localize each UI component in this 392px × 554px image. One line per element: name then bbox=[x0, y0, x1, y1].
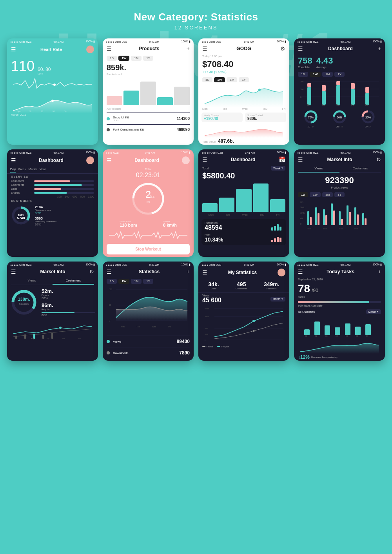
svg-rect-19 bbox=[336, 81, 340, 85]
product-1-sub: UI Kit bbox=[113, 119, 129, 122]
downloads-item[interactable]: Downloads 7890 bbox=[103, 349, 194, 357]
donut-2: 50% 25 / 34 bbox=[332, 109, 347, 128]
avatar-11[interactable] bbox=[278, 269, 285, 276]
calendar-icon-7[interactable]: 📅 bbox=[279, 156, 285, 163]
tab-views-9[interactable]: Views bbox=[11, 277, 53, 285]
menu-icon-10[interactable]: ☰ bbox=[107, 269, 112, 275]
svg-text:Fri: Fri bbox=[365, 104, 368, 106]
svg-rect-64 bbox=[323, 209, 325, 225]
refresh-icon-8[interactable]: ↻ bbox=[376, 156, 381, 163]
svg-point-1 bbox=[51, 100, 54, 102]
d4-tab-1w[interactable]: 1W bbox=[310, 72, 321, 77]
d4-tab-1d[interactable]: 1D bbox=[298, 72, 308, 77]
period-dropdown-11[interactable]: Month ▾ bbox=[270, 297, 285, 302]
menu-icon-5[interactable]: ☰ bbox=[11, 157, 16, 163]
s10-1d[interactable]: 1D bbox=[107, 279, 117, 284]
add-icon-10[interactable]: + bbox=[187, 269, 190, 275]
svg-text:0: 0 bbox=[300, 96, 301, 98]
menu-icon-8[interactable]: ☰ bbox=[298, 156, 303, 163]
purchases-val: 48594 bbox=[205, 224, 222, 231]
period-dropdown[interactable]: Week ▾ bbox=[271, 166, 285, 171]
svg-rect-65 bbox=[325, 215, 327, 225]
p8-1m[interactable]: 1M bbox=[322, 192, 333, 197]
p8-1d[interactable]: 1D bbox=[298, 192, 308, 197]
p8-1y[interactable]: 1Y bbox=[334, 192, 345, 197]
svg-rect-128 bbox=[355, 327, 361, 335]
svg-text:75%: 75% bbox=[308, 116, 314, 119]
stat-tabs-10: 1D 1W 1M 1Y bbox=[103, 277, 194, 285]
tab-costumers[interactable]: Costumers bbox=[339, 165, 381, 173]
svg-text:0: 0 bbox=[300, 223, 301, 225]
menu-icon[interactable]: ☰ bbox=[11, 46, 16, 53]
menu-icon-2[interactable]: ☰ bbox=[107, 45, 112, 52]
s10-1w[interactable]: 1W bbox=[118, 279, 129, 284]
tab-1d[interactable]: 1D bbox=[107, 56, 117, 61]
views-label: Views bbox=[113, 340, 121, 343]
tab-1w[interactable]: 1W bbox=[118, 56, 129, 61]
menu-icon-3[interactable]: ☰ bbox=[202, 45, 207, 52]
screen-4-title: Dashboard bbox=[328, 46, 353, 51]
views-tabs-8: Views Costumers bbox=[298, 165, 381, 173]
stats-period-dropdown[interactable]: Month ▾ bbox=[366, 309, 381, 314]
svg-rect-125 bbox=[325, 325, 330, 335]
page-subtitle: 12 SCREENS bbox=[0, 25, 392, 31]
svg-rect-129 bbox=[365, 324, 371, 335]
settings-icon-3[interactable]: ⚙ bbox=[280, 45, 285, 52]
avatar-1[interactable] bbox=[86, 45, 94, 53]
tab-1y[interactable]: 1Y bbox=[143, 56, 153, 61]
d4-tab-1y[interactable]: 1Y bbox=[334, 72, 345, 77]
menu-icon-4[interactable]: ☰ bbox=[298, 45, 303, 52]
add-icon-12[interactable]: + bbox=[378, 269, 381, 275]
views-item[interactable]: Views 89400 bbox=[103, 338, 194, 345]
screen-today-tasks: ●●●●● Ucell UZB 9:41 AM 100% ▮ ☰ Today T… bbox=[294, 262, 385, 361]
screen-stock: ●●●● Ucell UZB 9:41 AM 100% ▮ ☰ GOOG ⚙ T… bbox=[198, 38, 289, 145]
downloads-val: 7890 bbox=[179, 350, 190, 356]
p8-1w[interactable]: 1W bbox=[310, 192, 321, 197]
big-number-8: 923390 bbox=[294, 173, 385, 186]
svg-text:Aug: Aug bbox=[31, 338, 34, 340]
task-label: Tasks bbox=[294, 296, 385, 300]
svg-rect-21 bbox=[351, 83, 355, 89]
nav-bar-12: ☰ Today Tasks + bbox=[294, 267, 385, 277]
svg-rect-67 bbox=[333, 211, 335, 225]
costumers-label: COSTUMERS bbox=[7, 199, 98, 203]
tab-1m[interactable]: 1M bbox=[131, 56, 142, 61]
avatar-6[interactable] bbox=[182, 156, 190, 164]
shares-row: Shares bbox=[11, 191, 94, 194]
tab-costumers-9[interactable]: Costumers bbox=[53, 277, 94, 285]
task-progress-fill bbox=[298, 301, 369, 303]
menu-icon-9[interactable]: ☰ bbox=[11, 269, 16, 275]
product-item-1[interactable]: Snug UI Kit UI Kit 114300 bbox=[103, 114, 194, 123]
costumers-line-chart: Jul Aug Sep Oct Nov bbox=[7, 318, 98, 340]
screen-workout: ●●●● UZB 9:41 AM 100% ▮ ☰ Dashboard Tota… bbox=[103, 149, 194, 257]
workout-waveform bbox=[103, 229, 194, 242]
status-bar-10: ●●●●● Ucell UZB 9:41 AM 100% ▮ bbox=[103, 262, 194, 267]
svg-rect-86 bbox=[24, 334, 26, 339]
svg-rect-71 bbox=[349, 212, 351, 225]
screen-market-info-views: ●●●●● Ucell UZB 9:41 AM 100% ▮ ☰ Market … bbox=[294, 149, 385, 257]
d4-tab-1m[interactable]: 1M bbox=[322, 72, 333, 77]
avatar-5[interactable] bbox=[86, 156, 94, 164]
menu-icon-11[interactable]: ☰ bbox=[202, 269, 207, 276]
shares-val: 930k. bbox=[247, 116, 284, 121]
timer-label: Total bbox=[103, 167, 194, 172]
add-icon-4[interactable]: + bbox=[378, 45, 381, 52]
views-lbl-11: Views bbox=[202, 294, 221, 297]
stock-tab-1w[interactable]: 1W bbox=[214, 77, 225, 82]
refresh-icon-9[interactable]: ↻ bbox=[89, 269, 94, 275]
product-item-2[interactable]: Font Combinations Kit 469090 bbox=[103, 126, 194, 133]
s10-1y[interactable]: 1Y bbox=[143, 279, 153, 284]
menu-icon-6[interactable]: ☰ bbox=[107, 157, 112, 163]
add-icon-2[interactable]: + bbox=[187, 45, 190, 52]
stock-tab-1m[interactable]: 1M bbox=[227, 77, 237, 82]
svg-text:320: 320 bbox=[109, 288, 113, 291]
menu-icon-7[interactable]: ☰ bbox=[202, 156, 207, 163]
stock-tab-1d[interactable]: 1D bbox=[202, 77, 212, 82]
chart-legend-11: Profile Project bbox=[198, 345, 289, 349]
stock-tab-1y[interactable]: 1Y bbox=[239, 77, 249, 82]
screen-5-title: Dashboard bbox=[39, 158, 64, 163]
menu-icon-12[interactable]: ☰ bbox=[298, 269, 303, 275]
stop-workout-button[interactable]: Stop Workout bbox=[107, 244, 190, 254]
s10-1m[interactable]: 1M bbox=[131, 279, 142, 284]
tab-views[interactable]: Views bbox=[298, 165, 339, 173]
